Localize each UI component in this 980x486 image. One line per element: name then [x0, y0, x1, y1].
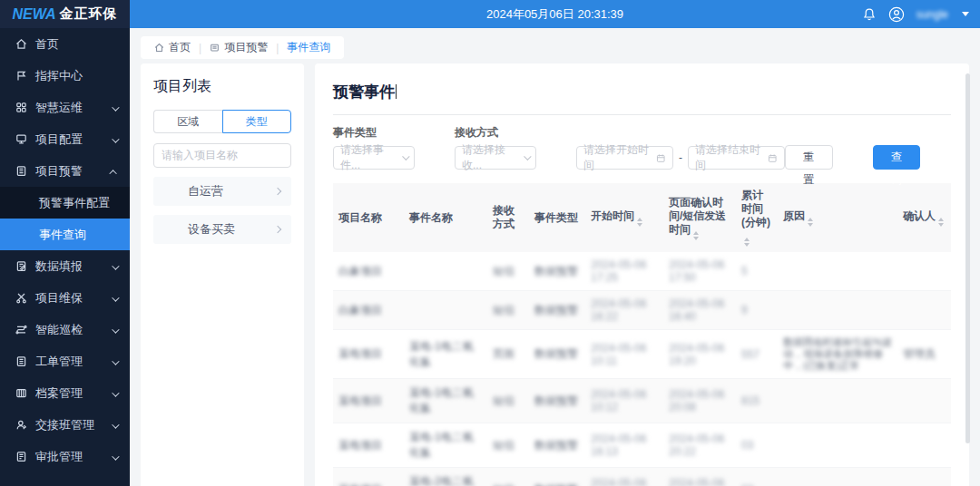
sidebar-item-label: 数据填报: [35, 258, 83, 275]
sidebar-item-approval[interactable]: 审批管理: [0, 441, 130, 472]
cell-start: 2024-05-06 17:25: [591, 258, 646, 284]
table-body: 白象项目短信数据预警2024-05-06 17:252024-05-06 17:…: [333, 252, 951, 486]
project-type-item-self-operated[interactable]: 自运营: [153, 177, 291, 206]
flag-icon: [15, 70, 27, 82]
cell-minutes: 9: [741, 304, 748, 316]
sidebar-item-smart-patrol[interactable]: 智能巡检: [0, 314, 130, 345]
project-search-placeholder: 请输入项目名称: [162, 148, 238, 163]
date-range-picker: 请选择开始时间 - 请选择结束时间: [576, 146, 785, 170]
sort-icon[interactable]: [637, 218, 642, 227]
chevron-down-icon: [112, 101, 117, 114]
cell-start: 2024-05-06 16:31: [591, 477, 646, 486]
grid-icon: [15, 102, 27, 113]
col-header-confirmer[interactable]: 确认人: [897, 183, 951, 252]
sort-icon[interactable]: [808, 218, 813, 227]
sidebar-subitem-label: 事件查询: [39, 227, 86, 243]
search-button[interactable]: 查询: [873, 145, 921, 170]
sidebar-subitem-label: 预警事件配置: [39, 195, 110, 211]
breadcrumb: 首页 | 项目预警 | 事件查询: [141, 36, 344, 59]
sidebar-item-shift-handover[interactable]: 交接班管理: [0, 409, 130, 441]
notification-bell-icon[interactable]: [862, 7, 877, 22]
sidebar-subitem-warning-event-config[interactable]: 预警事件配置: [0, 187, 130, 219]
sidebar-item-project-maintenance[interactable]: 项目维保: [0, 282, 130, 314]
sidebar-item-smart-ops[interactable]: 智慧运维: [0, 92, 130, 123]
sort-icon[interactable]: [744, 238, 750, 247]
sidebar-subitem-event-query[interactable]: 事件查询: [0, 219, 130, 250]
receive-method-select-placeholder: 请选择接收...: [462, 142, 524, 173]
document-icon: [15, 165, 27, 177]
chevron-down-icon: [112, 259, 117, 273]
breadcrumb-separator: |: [199, 42, 201, 54]
cell-minutes: 557: [741, 348, 760, 361]
breadcrumb-current-label: 事件查询: [287, 40, 330, 55]
cell-project: 某电项目: [338, 394, 382, 407]
tab-region[interactable]: 区域: [153, 110, 222, 133]
reset-button[interactable]: 重置: [785, 145, 833, 170]
text-cursor: [396, 84, 397, 99]
chevron-down-icon: [112, 132, 117, 146]
cell-method: 短信: [493, 304, 514, 316]
col-header-project: 项目名称: [333, 183, 404, 252]
project-type-item-equipment-trade[interactable]: 设备买卖: [153, 215, 291, 244]
top-bar-main: 2024年05月06日 20:31:39 sungle: [130, 0, 980, 28]
datetime-display: 2024年05月06日 20:31:39: [486, 6, 623, 23]
chevron-down-icon: [112, 386, 117, 400]
breadcrumb-home[interactable]: 首页: [154, 40, 191, 55]
project-list-title: 项目列表: [153, 77, 291, 96]
top-bar: NEWA 金正环保 2024年05月06日 20:31:39 sungle: [0, 0, 980, 28]
cell-method: 短信: [493, 265, 514, 277]
sidebar-item-work-order[interactable]: 工单管理: [0, 345, 130, 377]
start-time-input[interactable]: 请选择开始时间: [576, 146, 673, 170]
sidebar-submenu-project-warning: 预警事件配置 事件查询: [0, 187, 130, 250]
breadcrumb-separator: |: [276, 42, 279, 54]
project-search-input[interactable]: 请输入项目名称: [153, 143, 291, 168]
end-time-input[interactable]: 请选择结束时间: [688, 146, 785, 170]
cell-method: 短信: [493, 394, 514, 407]
sidebar-item-project-config[interactable]: 项目配置: [0, 123, 130, 155]
sort-icon[interactable]: [938, 218, 944, 227]
breadcrumb-project-warning[interactable]: 项目预警: [210, 40, 268, 55]
tab-type[interactable]: 类型: [222, 110, 292, 133]
col-header-type: 事件类型: [529, 183, 585, 252]
archive-icon: [15, 387, 27, 399]
filter-bar: 事件类型 请选择事件... 接收方式 请选择接收... 请选择开始时间 -: [333, 125, 951, 170]
cell-project: 某电项目: [338, 483, 382, 486]
event-type-filter-label: 事件类型: [333, 125, 415, 141]
document-icon: [15, 451, 27, 462]
col-header-minutes[interactable]: 累计时间 (分钟): [736, 183, 778, 252]
cell-confirm: 2024-05-06 20:22: [669, 433, 724, 458]
col-header-event: 事件名称: [404, 183, 487, 252]
cell-start: 2024-05-06 10:11: [591, 342, 646, 367]
username-text[interactable]: sungle: [916, 8, 948, 21]
user-menu-caret-icon[interactable]: [962, 12, 969, 16]
patrol-icon: [15, 324, 27, 335]
col-header-start[interactable]: 开始时间: [585, 183, 663, 252]
sidebar-item-home[interactable]: 首页: [0, 28, 130, 60]
sidebar-item-archive[interactable]: 档案管理: [0, 377, 130, 409]
sidebar-item-label: 项目预警: [35, 163, 83, 180]
cell-confirm: 2024-05-06 17:50: [669, 258, 724, 284]
project-type-label: 自运营: [188, 183, 223, 199]
receive-method-select[interactable]: 请选择接收...: [455, 146, 536, 170]
table-row: 某电项目某电-1电二氧化氯页面数据预警2024-05-06 10:112024-…: [333, 330, 951, 379]
project-tab-group: 区域 类型: [153, 110, 291, 133]
sort-icon[interactable]: [693, 231, 699, 240]
user-avatar-icon[interactable]: [888, 6, 905, 23]
sidebar-item-label: 审批管理: [35, 449, 83, 465]
cell-type: 数据预警: [534, 394, 578, 407]
event-type-select[interactable]: 请选择事件...: [333, 146, 415, 170]
cell-type: 数据预警: [534, 439, 578, 452]
sidebar-item-project-warning[interactable]: 项目预警: [0, 155, 130, 187]
breadcrumb-current[interactable]: 事件查询: [287, 40, 330, 55]
sidebar-item-command-center[interactable]: 指挥中心: [0, 60, 130, 92]
warning-events-panel: 预警事件 事件类型 请选择事件... 接收方式 请选择接收... 请选择开始时间: [315, 63, 969, 486]
col-header-reason[interactable]: 原因: [778, 183, 897, 252]
tools-icon: [15, 292, 27, 304]
cell-start: 2024-05-06 16:13: [591, 433, 646, 458]
col-header-confirm[interactable]: 页面确认时间/短信发送时间: [663, 183, 736, 252]
monitor-icon: [15, 133, 27, 145]
logo-newa-text: NEWA: [13, 6, 56, 23]
cell-type: 数据预警: [534, 347, 578, 360]
vertical-scrollbar[interactable]: [965, 73, 970, 443]
sidebar-item-data-report[interactable]: 数据填报: [0, 250, 130, 282]
